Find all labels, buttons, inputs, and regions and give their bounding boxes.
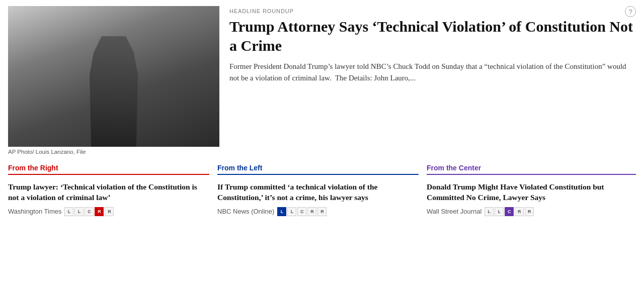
source-name-2: Wall Street Journal	[427, 208, 481, 215]
source-name-0: Washington Times	[8, 208, 61, 215]
column-label-1: From the Left	[217, 164, 419, 175]
article-title-2[interactable]: Donald Trump Might Have Violated Constit…	[427, 182, 636, 203]
main-summary: Former President Donald Trump’s lawyer t…	[229, 61, 636, 84]
article-title-0[interactable]: Trump lawyer: ‘Technical violation of th…	[8, 182, 209, 203]
top-section: AP Photo/ Louis Lanzano, File ? HEADLINE…	[8, 6, 636, 155]
bias-sq-1-0[interactable]: L	[277, 207, 286, 216]
main-image-block: AP Photo/ Louis Lanzano, File	[8, 6, 219, 155]
bias-sq-1-3[interactable]: R	[307, 207, 316, 216]
bias-sq-2-1[interactable]: L	[495, 207, 504, 216]
column-label-2: From the Center	[427, 164, 636, 175]
column-label-0: From the Right	[8, 164, 209, 175]
image-caption: AP Photo/ Louis Lanzano, File	[8, 149, 219, 155]
bias-squares-2: LLCRR	[485, 207, 534, 216]
source-row-1: NBC News (Online)LLCRR	[217, 207, 419, 216]
bias-squares-0: LLCRR	[64, 207, 114, 216]
columns-section: From the RightTrump lawyer: ‘Technical v…	[8, 164, 636, 216]
bias-sq-2-2[interactable]: C	[505, 207, 514, 216]
article-title-1[interactable]: If Trump committed ‘a technical violatio…	[217, 182, 419, 203]
help-icon[interactable]: ?	[625, 6, 636, 17]
column-2: From the CenterDonald Trump Might Have V…	[427, 164, 636, 216]
roundup-label: HEADLINE ROUNDUP	[229, 8, 636, 14]
bias-sq-0-3[interactable]: R	[95, 207, 104, 216]
bias-squares-1: LLCRR	[277, 207, 327, 216]
bias-sq-1-1[interactable]: L	[287, 207, 296, 216]
source-row-2: Wall Street JournalLLCRR	[427, 207, 636, 216]
headline-block: ? HEADLINE ROUNDUP Trump Attorney Says ‘…	[229, 6, 636, 155]
bias-sq-0-0[interactable]: L	[64, 207, 73, 216]
bias-sq-0-2[interactable]: C	[85, 207, 94, 216]
bias-sq-2-3[interactable]: R	[515, 207, 524, 216]
figure-silhouette	[73, 36, 154, 147]
bias-sq-0-1[interactable]: L	[74, 207, 84, 216]
column-0: From the RightTrump lawyer: ‘Technical v…	[8, 164, 217, 216]
main-image	[8, 6, 219, 147]
bias-sq-1-4[interactable]: R	[317, 207, 327, 216]
bias-sq-0-4[interactable]: R	[105, 207, 114, 216]
main-headline[interactable]: Trump Attorney Says ‘Technical Violation…	[229, 17, 636, 55]
bias-sq-2-4[interactable]: R	[525, 207, 534, 216]
source-row-0: Washington TimesLLCRR	[8, 207, 209, 216]
page-wrapper: AP Photo/ Louis Lanzano, File ? HEADLINE…	[0, 0, 644, 222]
source-name-1: NBC News (Online)	[217, 208, 274, 215]
bias-sq-2-0[interactable]: L	[485, 207, 494, 216]
column-1: From the LeftIf Trump committed ‘a techn…	[217, 164, 427, 216]
bias-sq-1-2[interactable]: C	[297, 207, 306, 216]
image-background	[8, 6, 219, 147]
